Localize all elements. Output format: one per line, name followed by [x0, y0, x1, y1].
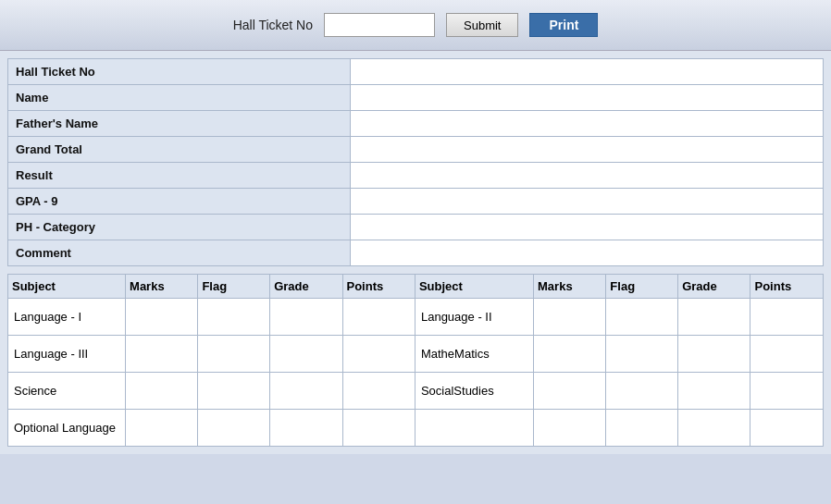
marks-table: Subject Marks Flag Grade Points Subject …: [7, 274, 824, 447]
left-flag-cell: [198, 299, 270, 336]
right-flag-cell: [606, 410, 678, 447]
right-grade-header: Grade: [678, 275, 750, 299]
info-value: [351, 189, 824, 215]
left-grade-cell: [270, 299, 342, 336]
info-row: Grand Total: [8, 137, 824, 163]
right-grade-cell: [678, 410, 750, 447]
left-grade-cell: [270, 410, 342, 447]
right-marks-cell: [534, 410, 606, 447]
right-marks-header: Marks: [534, 275, 606, 299]
info-row: PH - Category: [8, 215, 824, 240]
left-subject-cell: Language - III: [8, 336, 126, 373]
left-points-cell: [342, 299, 415, 336]
info-row: Father's Name: [8, 111, 824, 137]
left-points-header: Points: [342, 275, 415, 299]
right-points-cell: [750, 410, 824, 447]
right-grade-cell: [678, 336, 750, 373]
left-grade-cell: [270, 336, 342, 373]
right-marks-cell: [534, 299, 606, 336]
info-value: [351, 240, 824, 266]
left-flag-cell: [198, 410, 270, 447]
info-value: [351, 163, 824, 189]
left-subject-cell: Science: [8, 373, 126, 410]
info-table: Hall Ticket No Name Father's Name Grand …: [7, 58, 824, 266]
top-bar: Hall Ticket No Submit Print: [0, 0, 831, 51]
left-points-cell: [342, 410, 415, 447]
hall-ticket-input[interactable]: [324, 13, 435, 37]
right-flag-cell: [606, 336, 678, 373]
info-value: [351, 137, 824, 163]
info-label: Result: [8, 163, 351, 189]
right-subject-cell: MatheMatics: [415, 336, 533, 373]
right-subject-cell: [415, 410, 533, 447]
left-grade-header: Grade: [270, 275, 342, 299]
left-flag-header: Flag: [198, 275, 270, 299]
left-marks-header: Marks: [126, 275, 198, 299]
info-value: [351, 59, 824, 85]
info-row: Name: [8, 85, 824, 111]
right-subject-cell: Language - II: [415, 299, 533, 336]
left-subject-cell: Language - I: [8, 299, 126, 336]
marks-row: Science SocialStudies: [8, 373, 824, 410]
info-row: Result: [8, 163, 824, 189]
right-points-cell: [750, 336, 824, 373]
right-marks-cell: [534, 336, 606, 373]
info-label: Hall Ticket No: [8, 59, 351, 85]
info-row: Comment: [8, 240, 824, 266]
right-subject-header: Subject: [415, 275, 533, 299]
right-flag-cell: [606, 373, 678, 410]
info-label: PH - Category: [8, 215, 351, 240]
marks-row: Optional Language: [8, 410, 824, 447]
right-flag-header: Flag: [606, 275, 678, 299]
info-label: Comment: [8, 240, 351, 266]
info-value: [351, 215, 824, 240]
right-marks-cell: [534, 373, 606, 410]
right-grade-cell: [678, 373, 750, 410]
info-label: Name: [8, 85, 351, 111]
left-marks-cell: [126, 410, 198, 447]
right-points-cell: [750, 299, 824, 336]
print-button[interactable]: Print: [529, 13, 598, 37]
left-points-cell: [342, 373, 415, 410]
left-marks-cell: [126, 373, 198, 410]
right-flag-cell: [606, 299, 678, 336]
left-flag-cell: [198, 373, 270, 410]
submit-button[interactable]: Submit: [446, 13, 518, 37]
left-subject-header: Subject: [8, 275, 126, 299]
marks-row: Language - I Language - II: [8, 299, 824, 336]
right-points-header: Points: [750, 275, 824, 299]
info-value: [351, 111, 824, 137]
left-marks-cell: [126, 299, 198, 336]
info-row: Hall Ticket No: [8, 59, 824, 85]
left-subject-cell: Optional Language: [8, 410, 126, 447]
right-grade-cell: [678, 299, 750, 336]
info-value: [351, 85, 824, 111]
hall-ticket-label: Hall Ticket No: [233, 18, 313, 32]
info-label: GPA - 9: [8, 189, 351, 215]
left-marks-cell: [126, 336, 198, 373]
right-points-cell: [750, 373, 824, 410]
info-label: Grand Total: [8, 137, 351, 163]
right-subject-cell: SocialStudies: [415, 373, 533, 410]
info-label: Father's Name: [8, 111, 351, 137]
left-points-cell: [342, 336, 415, 373]
left-flag-cell: [198, 336, 270, 373]
marks-row: Language - III MatheMatics: [8, 336, 824, 373]
left-grade-cell: [270, 373, 342, 410]
info-row: GPA - 9: [8, 189, 824, 215]
